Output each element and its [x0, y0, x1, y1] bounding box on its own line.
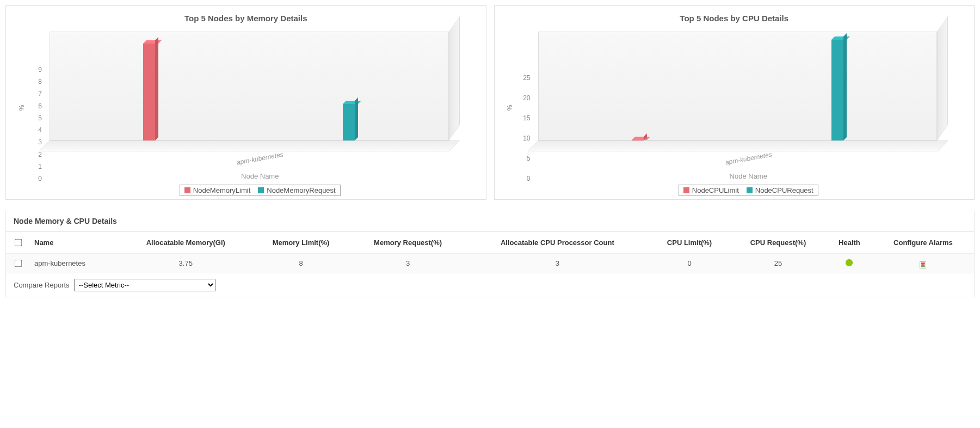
memory-chart-panel: Top 5 Nodes by Memory Details % 01234567… — [5, 5, 486, 200]
compare-reports-label: Compare Reports — [14, 281, 70, 289]
compare-metric-select[interactable]: --Select Metric-- — [74, 279, 215, 291]
col-cpu-req[interactable]: CPU Request(%) — [730, 232, 827, 254]
col-mem-limit[interactable]: Memory Limit(%) — [251, 232, 350, 254]
node-details-title: Node Memory & CPU Details — [6, 211, 974, 231]
cell-mem-req: 3 — [350, 254, 466, 273]
cpu-chart-legend: NodeCPULimit NodeCPURequest — [679, 185, 818, 196]
cpu-chart-ylabel: % — [506, 105, 514, 111]
memory-chart-xlabel: Node Name — [44, 172, 476, 180]
col-alloc-cpu[interactable]: Allocatable CPU Processor Count — [465, 232, 649, 254]
node-details-table: Name Allocatable Memory(Gi) Memory Limit… — [6, 231, 974, 273]
memory-chart-legend: NodeMemoryLimit NodeMemoryRequest — [180, 185, 341, 196]
cpu-chart-yaxis: 0510152025 — [516, 26, 533, 189]
cell-alloc-cpu: 3 — [465, 254, 649, 273]
memory-chart-yaxis: 0123456789 — [28, 26, 44, 189]
memory-chart-bars — [50, 32, 449, 140]
memory-chart-ylabel: % — [18, 105, 26, 111]
node-details-section: Node Memory & CPU Details Name Allocatab… — [5, 211, 975, 297]
col-mem-req[interactable]: Memory Request(%) — [350, 232, 466, 254]
table-row: apm-kubernetes 3.75 8 3 3 0 25 — [6, 254, 974, 273]
cell-alloc-mem: 3.75 — [120, 254, 251, 273]
configure-alarm-icon[interactable] — [920, 261, 926, 268]
col-cpu-limit[interactable]: CPU Limit(%) — [649, 232, 730, 254]
row-checkbox[interactable] — [15, 260, 22, 267]
select-all-checkbox[interactable] — [15, 239, 22, 247]
cpu-chart-bars — [538, 32, 938, 140]
cell-mem-limit: 8 — [251, 254, 350, 273]
cpu-chart-xlabel: Node Name — [533, 172, 965, 180]
cell-cpu-req: 25 — [730, 254, 827, 273]
health-ok-icon — [846, 259, 853, 266]
col-name[interactable]: Name — [30, 232, 120, 254]
cell-cpu-limit: 0 — [649, 254, 730, 273]
memory-chart-title: Top 5 Nodes by Memory Details — [16, 14, 476, 23]
cpu-chart-panel: Top 5 Nodes by CPU Details % 0510152025 … — [494, 5, 975, 200]
col-health[interactable]: Health — [827, 232, 872, 254]
col-alarms[interactable]: Configure Alarms — [872, 232, 974, 254]
cpu-chart-title: Top 5 Nodes by CPU Details — [504, 14, 965, 23]
col-alloc-mem[interactable]: Allocatable Memory(Gi) — [120, 232, 251, 254]
cell-name[interactable]: apm-kubernetes — [30, 254, 120, 273]
